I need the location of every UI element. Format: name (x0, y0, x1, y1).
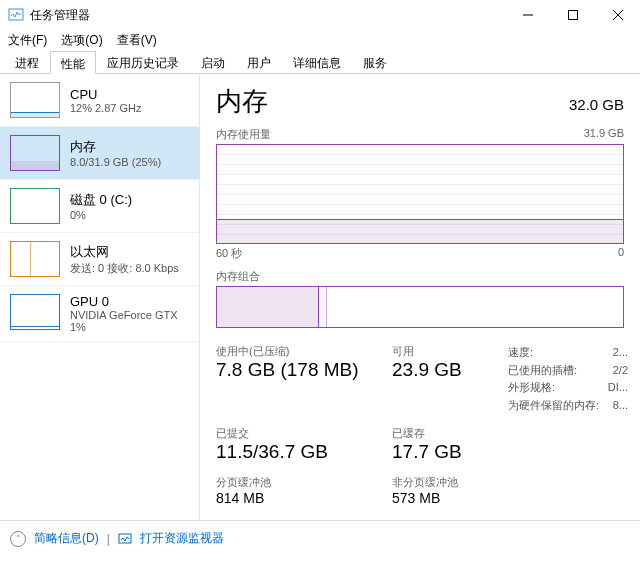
reserved-value: 8... (613, 397, 628, 415)
sidebar-item-disk[interactable]: 磁盘 0 (C:) 0% (0, 180, 199, 233)
menu-file[interactable]: 文件(F) (8, 32, 47, 49)
minimize-button[interactable] (505, 0, 550, 30)
slots-value: 2/2 (613, 362, 628, 380)
fewer-details-link[interactable]: 简略信息(D) (34, 530, 99, 547)
tab-users[interactable]: 用户 (236, 50, 282, 73)
slots-label: 已使用的插槽: (508, 362, 577, 380)
sidebar-gpu-sub2: 1% (70, 321, 178, 333)
axis-right: 0 (618, 246, 624, 261)
tab-app-history[interactable]: 应用历史记录 (96, 50, 190, 73)
sidebar-disk-sub: 0% (70, 209, 132, 221)
menubar: 文件(F) 选项(O) 查看(V) (0, 30, 640, 50)
footer: ˄ 简略信息(D) | 打开资源监视器 (0, 520, 640, 556)
cached-value: 17.7 GB (392, 441, 502, 463)
sidebar-item-memory[interactable]: 内存 8.0/31.9 GB (25%) (0, 127, 199, 180)
menu-view[interactable]: 查看(V) (117, 32, 157, 49)
paged-value: 814 MB (216, 490, 386, 506)
ethernet-thumb-icon (10, 241, 60, 277)
close-button[interactable] (595, 0, 640, 30)
in-use-value: 7.8 GB (178 MB) (216, 359, 386, 381)
monitor-icon (118, 532, 132, 546)
form-label: 外形规格: (508, 379, 555, 397)
nonpaged-label: 非分页缓冲池 (392, 475, 502, 490)
sidebar-disk-title: 磁盘 0 (C:) (70, 191, 132, 209)
nonpaged-value: 573 MB (392, 490, 502, 506)
paged-label: 分页缓冲池 (216, 475, 386, 490)
committed-label: 已提交 (216, 426, 386, 441)
sidebar-ethernet-sub: 发送: 0 接收: 8.0 Kbps (70, 261, 179, 276)
sidebar-cpu-title: CPU (70, 87, 142, 102)
committed-value: 11.5/36.7 GB (216, 441, 386, 463)
disk-thumb-icon (10, 188, 60, 224)
available-value: 23.9 GB (392, 359, 502, 381)
chart-fill (217, 219, 623, 244)
app-icon (8, 7, 24, 23)
usage-chart-max: 31.9 GB (584, 127, 624, 142)
chevron-up-icon[interactable]: ˄ (10, 531, 26, 547)
usage-chart-label: 内存使用量 (216, 127, 271, 142)
speed-label: 速度: (508, 344, 533, 362)
tab-processes[interactable]: 进程 (4, 50, 50, 73)
reserved-label: 为硬件保留的内存: (508, 397, 599, 415)
sidebar-item-cpu[interactable]: CPU 12% 2.87 GHz (0, 74, 199, 127)
cached-label: 已缓存 (392, 426, 502, 441)
window-controls (505, 0, 640, 30)
tab-details[interactable]: 详细信息 (282, 50, 352, 73)
main-panel: 内存 32.0 GB 内存使用量 31.9 GB 60 秒 0 内存组合 使用中… (200, 74, 640, 520)
sidebar-item-gpu[interactable]: GPU 0 NVIDIA GeForce GTX 1% (0, 286, 199, 342)
memory-capacity: 32.0 GB (569, 96, 624, 113)
available-label: 可用 (392, 344, 502, 359)
sidebar-gpu-sub: NVIDIA GeForce GTX (70, 309, 178, 321)
memory-thumb-icon (10, 135, 60, 171)
sidebar-memory-sub: 8.0/31.9 GB (25%) (70, 156, 161, 168)
sidebar-cpu-sub: 12% 2.87 GHz (70, 102, 142, 114)
speed-value: 2... (613, 344, 628, 362)
tab-performance[interactable]: 性能 (50, 51, 96, 74)
comp-in-use (217, 287, 319, 327)
sidebar-item-ethernet[interactable]: 以太网 发送: 0 接收: 8.0 Kbps (0, 233, 199, 286)
maximize-button[interactable] (550, 0, 595, 30)
page-title: 内存 (216, 84, 268, 119)
tabs: 进程 性能 应用历史记录 启动 用户 详细信息 服务 (0, 50, 640, 74)
sidebar-gpu-title: GPU 0 (70, 294, 178, 309)
memory-composition-chart[interactable] (216, 286, 624, 328)
tab-services[interactable]: 服务 (352, 50, 398, 73)
sidebar-memory-title: 内存 (70, 138, 161, 156)
axis-left: 60 秒 (216, 246, 242, 261)
open-resource-monitor-link[interactable]: 打开资源监视器 (140, 530, 224, 547)
in-use-label: 使用中(已压缩) (216, 344, 386, 359)
tab-startup[interactable]: 启动 (190, 50, 236, 73)
form-value: DI... (608, 379, 628, 397)
cpu-thumb-icon (10, 82, 60, 118)
sidebar: CPU 12% 2.87 GHz 内存 8.0/31.9 GB (25%) 磁盘… (0, 74, 200, 520)
titlebar: 任务管理器 (0, 0, 640, 30)
window-title: 任务管理器 (30, 7, 505, 24)
svg-rect-2 (568, 11, 577, 20)
gpu-thumb-icon (10, 294, 60, 330)
sidebar-ethernet-title: 以太网 (70, 243, 179, 261)
composition-label: 内存组合 (216, 269, 260, 284)
menu-options[interactable]: 选项(O) (61, 32, 102, 49)
comp-modified (319, 287, 327, 327)
memory-usage-chart[interactable] (216, 144, 624, 244)
